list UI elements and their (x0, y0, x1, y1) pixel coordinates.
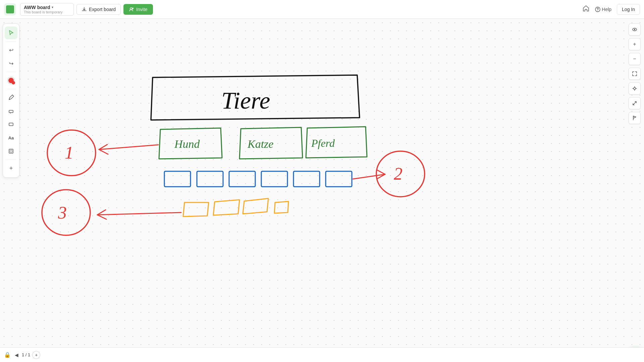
text-icon: Aa (8, 135, 14, 140)
svg-text:Katze: Katze (247, 138, 273, 150)
home-button[interactable] (582, 5, 590, 14)
zoom-in-button[interactable]: + (629, 38, 641, 50)
svg-rect-6 (9, 149, 13, 153)
page-current: 1 (22, 352, 24, 357)
select-icon (8, 30, 14, 36)
add-icon: + (9, 165, 13, 172)
eraser-tool[interactable] (5, 105, 17, 117)
app-logo[interactable] (4, 3, 16, 15)
svg-point-3 (9, 99, 10, 100)
svg-rect-4 (9, 110, 13, 113)
divider (6, 72, 16, 72)
right-toolbar: + − (628, 23, 641, 124)
flag-icon (632, 115, 637, 121)
color-dot (8, 77, 14, 84)
help-icon (595, 7, 600, 12)
flag-button[interactable] (629, 112, 641, 124)
svg-text:Tiere: Tiere (221, 87, 270, 114)
expand-icon (632, 101, 637, 106)
svg-rect-18 (197, 171, 223, 187)
add-page-button[interactable]: + (32, 351, 40, 359)
svg-rect-22 (326, 171, 352, 187)
svg-text:1: 1 (65, 143, 73, 162)
export-button[interactable]: Export board (76, 4, 121, 15)
page-indicator: 1 / 1 (22, 352, 30, 357)
lock-icon: 🔒 (4, 352, 11, 358)
center-icon (632, 86, 637, 91)
svg-rect-17 (164, 171, 191, 187)
invite-icon (129, 7, 134, 12)
prev-page-button[interactable]: ◀ (13, 351, 20, 359)
divider (6, 89, 16, 89)
login-button[interactable]: Log In (617, 4, 640, 15)
frame-tool[interactable] (5, 145, 17, 158)
board-temp-label: This board is temporary (24, 10, 70, 14)
pen-tool[interactable] (5, 91, 17, 104)
zoom-in-icon: + (633, 41, 636, 47)
export-label: Export board (89, 7, 116, 12)
text-tool[interactable]: Aa (5, 131, 17, 144)
frame-icon (8, 148, 14, 154)
fit-button[interactable] (629, 68, 641, 80)
svg-point-2 (597, 10, 598, 11)
svg-text:2: 2 (394, 164, 402, 183)
zoom-out-button[interactable]: − (629, 53, 641, 65)
bottom-bar: 🔒 ◀ 1 / 1 + (0, 347, 644, 362)
svg-rect-5 (9, 123, 13, 126)
eye-icon (632, 27, 637, 32)
svg-rect-7 (10, 150, 12, 152)
redo-button[interactable]: ↪ (5, 57, 17, 70)
topbar: AWW board ▾ This board is temporary Expo… (0, 0, 644, 19)
svg-rect-19 (229, 171, 255, 187)
svg-point-0 (130, 8, 132, 10)
divider (6, 160, 16, 160)
undo-icon: ↩ (9, 47, 13, 53)
undo-button[interactable]: ↩ (5, 44, 17, 56)
center-button[interactable] (629, 82, 641, 95)
svg-text:Pferd: Pferd (311, 137, 335, 149)
add-element-button[interactable]: + (5, 162, 17, 175)
page-nav: ◀ 1 / 1 + (13, 351, 40, 359)
svg-text:Hund: Hund (174, 138, 200, 150)
board-name-container[interactable]: AWW board ▾ This board is temporary (20, 3, 74, 16)
expand-button[interactable] (629, 97, 641, 109)
svg-text:3: 3 (58, 203, 67, 222)
svg-rect-20 (261, 171, 287, 187)
color-picker-button[interactable] (5, 74, 17, 87)
zoom-out-icon: − (633, 56, 636, 62)
svg-point-10 (634, 87, 636, 89)
login-label: Log In (622, 7, 635, 12)
shape-icon (8, 121, 14, 127)
svg-point-9 (634, 29, 635, 30)
fit-icon (632, 71, 637, 76)
left-toolbar: ↩ ↪ Aa + (3, 23, 19, 178)
divider (6, 41, 16, 42)
shape-tool[interactable] (5, 118, 17, 131)
svg-rect-21 (293, 171, 320, 187)
topbar-right: Help Log In (582, 4, 640, 15)
invite-label: Invite (136, 7, 147, 12)
help-button[interactable]: Help (595, 7, 611, 12)
page-total: 1 (28, 352, 30, 357)
board-name: AWW board (24, 5, 50, 10)
redo-icon: ↪ (9, 60, 13, 67)
canvas[interactable]: Tiere Hund Katze Pferd 1 2 3 (0, 19, 644, 362)
home-icon (582, 5, 590, 12)
select-tool[interactable] (5, 26, 17, 39)
dropdown-arrow-icon: ▾ (52, 5, 53, 9)
pen-icon (8, 95, 14, 101)
export-icon (82, 7, 87, 12)
eraser-icon (8, 108, 14, 114)
drawing-canvas: Tiere Hund Katze Pferd 1 2 3 (0, 19, 644, 362)
eye-button[interactable] (629, 23, 641, 36)
help-label: Help (602, 7, 611, 12)
invite-button[interactable]: Invite (123, 4, 153, 15)
